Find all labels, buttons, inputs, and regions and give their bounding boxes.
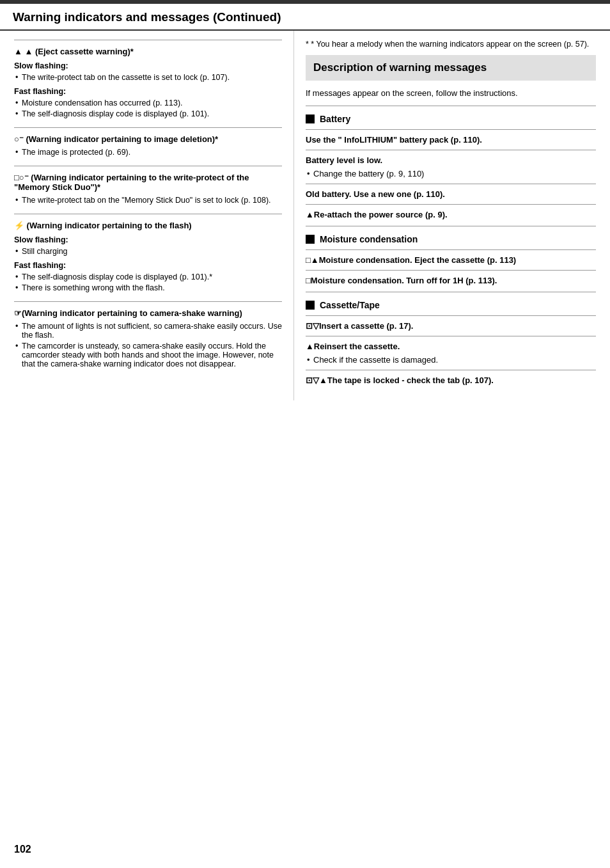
battery-divider-4 [306,204,596,205]
cassette-bullet-1: Check if the cassette is damaged. [306,355,596,365]
moisture-category-header: Moisture condensation [306,234,596,244]
camera-shake-icon: ☞ [14,308,22,318]
camera-shake-bullet-1: The amount of lights is not sufficient, … [14,322,282,340]
cassette-square-icon [306,301,315,310]
eject-icon: ▲ [14,47,22,56]
eject-slow-bullet-1: The write-protect tab on the cassette is… [14,73,282,82]
cassette-entry-3: ⊡▽▲The tape is locked - check the tab (p… [306,375,596,385]
section-flash-warning: ⚡ (Warning indicator pertaining to the f… [14,214,282,292]
battery-entry-3: Old battery. Use a new one (p. 110). [306,189,596,199]
eject-fast-bullet-1: Moisture condensation has occurred (p. 1… [14,99,282,107]
section-camera-shake-title: ☞(Warning indicator pertaining to camera… [14,308,282,318]
battery-divider-3 [306,184,596,184]
left-column: ▲ ▲ (Eject cassette warning)* Slow flash… [0,31,294,400]
cassette-entry-2: ▲Reinsert the cassette. [306,342,596,351]
fast-flashing-label-2: Fast flashing: [14,261,282,270]
flash-slow-bullet-1: Still charging [14,247,282,256]
image-deletion-bullet-1: The image is protected (p. 69). [14,148,282,157]
moisture-entry-1: □▲Moisture condensation. Eject the casse… [306,255,596,265]
section-eject-title: ▲ ▲ (Eject cassette warning)* [14,47,282,56]
page-number: 102 [0,837,45,862]
battery-square-icon [306,114,315,123]
memory-stick-icon: □○⁻ [14,173,29,182]
moisture-category-label: Moisture condensation [320,234,418,244]
battery-divider-2 [306,150,596,150]
cassette-divider-3 [306,370,596,370]
memory-stick-bullet-1: The write-protect tab on the "Memory Sti… [14,196,282,205]
moisture-square-icon [306,235,315,244]
section-memory-stick-title: □○⁻ (Warning indicator pertaining to the… [14,173,282,192]
moisture-entry-2: □Moisture condensation. Turn off for 1H … [306,276,596,285]
camera-shake-bullet-2: The camcorder is unsteady, so camera-sha… [14,342,282,368]
battery-bullet-1: Change the battery (p. 9, 110) [306,169,596,178]
battery-divider-1 [306,129,596,130]
cassette-divider-1 [306,315,596,316]
section-memory-stick: □○⁻ (Warning indicator pertaining to the… [14,166,282,205]
flash-fast-bullet-2: There is something wrong with the flash. [14,283,282,292]
battery-section: Battery Use the " InfoLITHIUM" battery p… [306,106,596,219]
eject-fast-bullet-2: The self-diagnosis display code is displ… [14,109,282,118]
cassette-section: Cassette/Tape ⊡▽Insert a cassette (p. 17… [306,292,596,385]
battery-category-header: Battery [306,114,596,124]
cassette-divider-2 [306,336,596,336]
section-flash-title: ⚡ (Warning indicator pertaining to the f… [14,221,282,230]
slow-flashing-label-1: Slow flashing: [14,61,282,70]
section-image-deletion-title: ○⁻ (Warning indicator pertaining to imag… [14,134,282,144]
moisture-divider-2 [306,270,596,271]
note-text: * * You hear a melody when the warning i… [306,40,596,49]
flash-icon: ⚡ [14,221,24,230]
page-title: Warning indicators and messages (Continu… [0,4,610,31]
moisture-divider-1 [306,249,596,250]
flash-fast-bullet-1: The self-diagnosis display code is displ… [14,272,282,281]
description-box: Description of warning messages [306,55,596,81]
section-image-deletion: ○⁻ (Warning indicator pertaining to imag… [14,127,282,157]
intro-text: If messages appear on the screen, follow… [306,88,596,98]
fast-flashing-label-1: Fast flashing: [14,87,282,96]
description-box-title: Description of warning messages [313,61,588,74]
battery-entry-2: Battery level is low. [306,155,596,165]
battery-entry-4: ▲Re-attach the power source (p. 9). [306,210,596,219]
page-container: Warning indicators and messages (Continu… [0,0,610,868]
right-column: * * You hear a melody when the warning i… [294,31,610,400]
cassette-entry-1: ⊡▽Insert a cassette (p. 17). [306,321,596,331]
battery-category-label: Battery [320,114,350,124]
section-eject-cassette: ▲ ▲ (Eject cassette warning)* Slow flash… [14,40,282,118]
cassette-category-label: Cassette/Tape [320,300,380,310]
moisture-section: Moisture condensation □▲Moisture condens… [306,226,596,285]
cassette-category-header: Cassette/Tape [306,300,596,310]
slow-flashing-label-2: Slow flashing: [14,235,282,244]
image-deletion-icon: ○⁻ [14,134,24,144]
battery-entry-1: Use the " InfoLITHIUM" battery pack (p. … [306,135,596,145]
section-camera-shake: ☞(Warning indicator pertaining to camera… [14,301,282,368]
content-area: ▲ ▲ (Eject cassette warning)* Slow flash… [0,31,610,400]
